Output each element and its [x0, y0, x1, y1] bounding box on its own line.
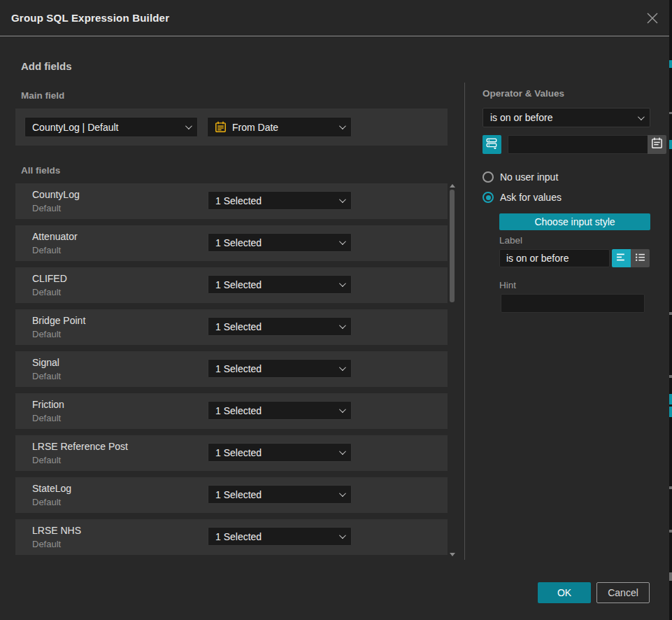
label-input[interactable] [499, 249, 610, 267]
field-values-select[interactable]: 1 Selected [208, 275, 352, 294]
chevron-down-icon [339, 490, 346, 497]
field-row: StateLog Default 1 Selected [15, 477, 448, 513]
no-user-input-option[interactable]: No user input [482, 171, 558, 183]
calendar-icon [215, 121, 227, 133]
chevron-down-icon [339, 196, 346, 203]
backdrop-fragment [669, 140, 672, 149]
group-sql-expression-builder-dialog: Group SQL Expression Builder Add fields … [0, 0, 669, 620]
operator-values-label: Operator & Values [482, 88, 564, 99]
chevron-down-icon [339, 122, 346, 129]
field-values-select-value: 1 Selected [215, 195, 334, 206]
single-input-style-button[interactable] [612, 249, 631, 267]
ask-for-values-option[interactable]: Ask for values [482, 192, 562, 203]
field-values-select[interactable]: 1 Selected [208, 485, 352, 504]
chevron-down-icon [185, 122, 192, 129]
hint-input[interactable] [501, 294, 645, 313]
column-divider [464, 83, 465, 560]
field-name: CLIFED [32, 273, 67, 284]
field-name: Signal [32, 357, 59, 368]
value-input-row [482, 135, 650, 154]
list-scrollbar[interactable] [448, 184, 457, 556]
date-picker-button[interactable] [648, 135, 666, 154]
no-user-input-label: No user input [500, 171, 558, 183]
field-name: LRSE Reference Post [32, 441, 128, 452]
field-values-select-value: 1 Selected [215, 321, 334, 332]
field-values-select-value: 1 Selected [215, 447, 334, 458]
chevron-down-icon [339, 238, 346, 245]
scrollbar-down-arrow-icon[interactable] [450, 553, 455, 556]
backdrop-fragment [669, 60, 672, 68]
align-left-icon [616, 252, 627, 265]
field-row: LRSE NHS Default 1 Selected [15, 519, 448, 555]
unique-values-button[interactable] [482, 135, 501, 154]
field-name: CountyLog [32, 189, 80, 200]
field-values-select[interactable]: 1 Selected [208, 317, 352, 336]
field-type: Default [32, 497, 61, 507]
field-type: Default [32, 329, 61, 339]
field-row: LRSE Reference Post Default 1 Selected [15, 435, 448, 471]
operator-select-value: is on or before [490, 112, 632, 123]
label-field-label: Label [499, 235, 522, 246]
scrollbar-up-arrow-icon[interactable] [450, 184, 455, 188]
backdrop-fragment [669, 112, 672, 114]
field-values-select[interactable]: 1 Selected [208, 233, 352, 252]
field-row: Signal Default 1 Selected [15, 351, 448, 387]
hint-field-label: Hint [499, 280, 516, 290]
chevron-down-icon [339, 322, 346, 329]
dialog-titlebar: Group SQL Expression Builder [0, 0, 669, 36]
main-field-select-value: CountyLog | Default [32, 122, 180, 133]
all-fields-list: CountyLog Default 1 Selected Attenuator … [15, 183, 448, 561]
chevron-down-icon [339, 280, 346, 287]
field-values-select-value: 1 Selected [215, 279, 334, 290]
ok-button[interactable]: OK [538, 582, 591, 603]
add-fields-heading: Add fields [21, 60, 72, 72]
backdrop-fragment [669, 530, 672, 533]
field-values-select[interactable]: 1 Selected [208, 401, 352, 420]
radio-selected-icon [482, 192, 494, 203]
field-values-select-value: 1 Selected [215, 531, 334, 542]
choose-input-style-button[interactable]: Choose input style [499, 213, 650, 230]
cancel-button[interactable]: Cancel [596, 582, 650, 603]
chevron-down-icon [339, 406, 346, 413]
calendar-icon [651, 137, 663, 152]
field-row: Friction Default 1 Selected [15, 393, 448, 429]
field-row: Bridge Point Default 1 Selected [15, 309, 448, 345]
date-field-select[interactable]: From Date [207, 117, 352, 137]
scrollbar-thumb[interactable] [450, 190, 455, 302]
field-name: Friction [32, 399, 64, 410]
field-values-select[interactable]: 1 Selected [208, 191, 352, 210]
chevron-down-icon [339, 364, 346, 371]
operator-select[interactable]: is on or before [482, 108, 650, 127]
date-field-select-value: From Date [232, 122, 328, 133]
backdrop-fragment [669, 312, 672, 315]
close-icon[interactable] [645, 11, 659, 25]
main-field-panel: CountyLog | Default From Date [15, 108, 448, 146]
field-values-select-value: 1 Selected [215, 489, 334, 500]
date-value-input[interactable] [508, 135, 648, 154]
field-type: Default [32, 371, 61, 381]
field-name: StateLog [32, 483, 71, 494]
field-type: Default [32, 245, 61, 255]
backdrop-fragment [669, 407, 672, 417]
backdrop-fragment [669, 394, 672, 404]
main-field-select[interactable]: CountyLog | Default [24, 117, 198, 137]
chevron-down-icon [339, 448, 346, 455]
label-input-row [499, 249, 650, 267]
field-row: Attenuator Default 1 Selected [15, 225, 448, 261]
field-type: Default [32, 203, 61, 213]
main-field-label: Main field [21, 90, 64, 101]
backdrop-fragment [669, 572, 672, 581]
field-values-select[interactable]: 1 Selected [208, 527, 352, 546]
field-values-select[interactable]: 1 Selected [208, 443, 352, 462]
list-input-style-button[interactable] [631, 249, 650, 267]
field-values-select[interactable]: 1 Selected [208, 359, 352, 378]
field-row: CountyLog Default 1 Selected [15, 183, 448, 219]
backdrop-edge-strip [669, 0, 672, 620]
field-row: CLIFED Default 1 Selected [15, 267, 448, 303]
field-name: LRSE NHS [32, 525, 81, 536]
field-values-select-value: 1 Selected [215, 363, 334, 374]
field-type: Default [32, 287, 61, 297]
dialog-title: Group SQL Expression Builder [11, 12, 169, 24]
field-name: Attenuator [32, 231, 78, 242]
field-type: Default [32, 539, 61, 549]
